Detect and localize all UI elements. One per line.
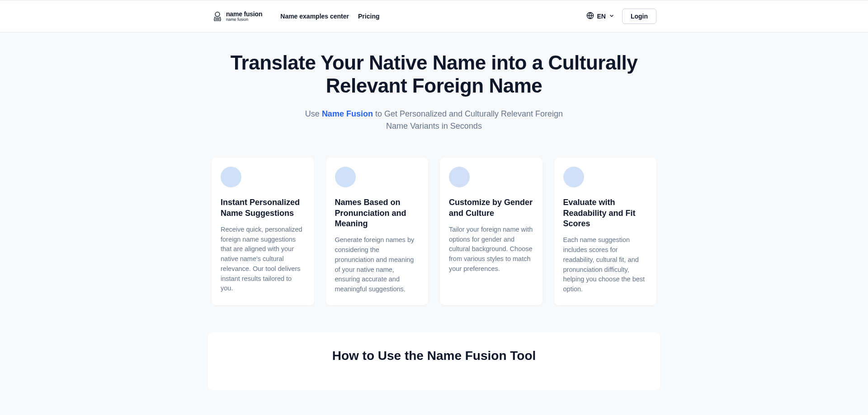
hero-sub-prefix: Use: [305, 109, 322, 118]
nav-link-examples[interactable]: Name examples center: [280, 13, 349, 20]
how-to-title: How to Use the Name Fusion Tool: [217, 349, 651, 363]
feature-card: Names Based on Pronunciation and Meaning…: [326, 158, 429, 305]
feature-description: Tailor your foreign name with options fo…: [449, 225, 533, 274]
page-title: Translate Your Native Name into a Cultur…: [212, 51, 656, 97]
feature-icon: [221, 167, 241, 187]
hero-subtitle: Use Name Fusion to Get Personalized and …: [294, 108, 574, 132]
login-button[interactable]: Login: [622, 9, 656, 24]
feature-card: Evaluate with Readability and Fit Scores…: [554, 158, 657, 305]
primary-nav: Name examples center Pricing: [280, 13, 379, 20]
globe-icon: [586, 12, 594, 21]
hero-sub-suffix: to Get Personalized and Culturally Relev…: [373, 109, 563, 131]
feature-description: Receive quick, personalized foreign name…: [221, 225, 305, 294]
language-label: EN: [597, 13, 605, 20]
feature-icon: [449, 167, 470, 187]
feature-title: Customize by Gender and Culture: [449, 197, 533, 219]
feature-icon: [563, 167, 584, 187]
hero-section: Translate Your Native Name into a Cultur…: [208, 33, 660, 132]
chevron-down-icon: [609, 13, 615, 20]
top-navigation-bar: name fusion name fusion Name examples ce…: [0, 0, 868, 33]
feature-title: Instant Personalized Name Suggestions: [221, 197, 305, 219]
svg-point-0: [215, 12, 220, 17]
feature-icon: [335, 167, 356, 187]
logo-text-secondary: name fusion: [226, 18, 262, 22]
feature-description: Generate foreign names by considering th…: [335, 235, 420, 294]
nav-link-pricing[interactable]: Pricing: [358, 13, 379, 20]
feature-card: Customize by Gender and Culture Tailor y…: [440, 158, 542, 305]
logo-icon: [212, 10, 223, 22]
features-grid: Instant Personalized Name Suggestions Re…: [208, 158, 660, 305]
hero-sub-brand: Name Fusion: [322, 109, 373, 118]
feature-description: Each name suggestion includes scores for…: [563, 235, 648, 294]
feature-title: Evaluate with Readability and Fit Scores: [563, 197, 648, 229]
brand-logo[interactable]: name fusion name fusion: [212, 10, 262, 22]
feature-card: Instant Personalized Name Suggestions Re…: [212, 158, 314, 305]
language-selector[interactable]: EN: [586, 12, 614, 21]
how-to-section: How to Use the Name Fusion Tool: [208, 332, 660, 390]
feature-title: Names Based on Pronunciation and Meaning: [335, 197, 420, 229]
logo-text-primary: name fusion: [226, 11, 262, 17]
